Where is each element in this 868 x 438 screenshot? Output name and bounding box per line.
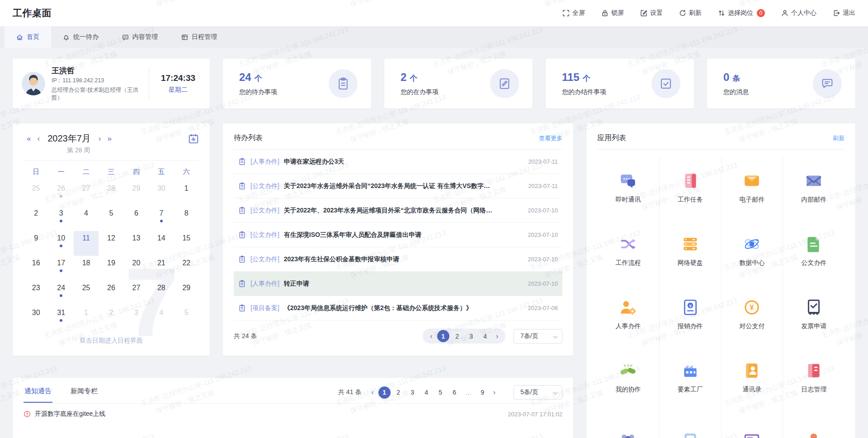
- logout-button[interactable]: 退出: [833, 9, 855, 17]
- calendar-day-18[interactable]: 18: [74, 256, 99, 281]
- app-internal-mail[interactable]: 内部邮件: [783, 156, 844, 219]
- page-number-1[interactable]: 1: [378, 386, 391, 399]
- page-number-2[interactable]: 2: [451, 330, 463, 342]
- calendar-day-7[interactable]: 7: [149, 206, 174, 231]
- calendar-day-11[interactable]: 11: [74, 231, 99, 256]
- page-number-1[interactable]: 1: [437, 330, 449, 342]
- calendar-day-3[interactable]: 3: [48, 206, 73, 231]
- next-page-button[interactable]: ›: [491, 388, 498, 396]
- app-partial-4[interactable]: [783, 409, 844, 438]
- calendar-day-25[interactable]: 25: [74, 281, 99, 306]
- page-number-2[interactable]: 2: [392, 386, 405, 399]
- lock-screen-button[interactable]: 锁屏: [601, 9, 624, 17]
- app-my-collab[interactable]: 我的协作: [597, 346, 659, 409]
- page-number-5[interactable]: 5: [434, 386, 447, 399]
- calendar-day-28[interactable]: 28: [149, 281, 174, 306]
- calendar-day-26[interactable]: 26: [48, 181, 73, 206]
- calendar-day-14[interactable]: 14: [149, 231, 174, 256]
- calendar-day-22[interactable]: 22: [174, 256, 199, 281]
- calendar-day-30[interactable]: 30: [24, 306, 48, 330]
- prev-month-button[interactable]: ‹: [34, 134, 43, 143]
- app-data-center[interactable]: 数据中心: [721, 219, 783, 283]
- refresh-button[interactable]: 刷新: [679, 9, 702, 17]
- page-number-6[interactable]: 6: [448, 386, 461, 399]
- calendar-day-4[interactable]: 4: [74, 206, 99, 231]
- calendar-day-3[interactable]: 3: [124, 306, 149, 330]
- tab-unified-todo[interactable]: 统一待办: [51, 26, 110, 48]
- calendar-day-12[interactable]: 12: [99, 231, 123, 256]
- todo-item[interactable]: [公文办件]有生深境ISO三体系年审人员配合及牌匾借出申请2023-07-10: [234, 223, 562, 247]
- calendar-day-2[interactable]: 2: [24, 206, 48, 231]
- messages-stat-card[interactable]: 0条您的消息: [707, 59, 855, 108]
- fullscreen-button[interactable]: 全屏: [562, 9, 585, 17]
- app-corporate-pay[interactable]: ¥对公支付: [721, 283, 783, 346]
- calendar-day-6[interactable]: 6: [124, 206, 149, 231]
- calendar-day-26[interactable]: 26: [99, 281, 123, 306]
- tab-schedule-mgmt[interactable]: 日程管理: [170, 26, 229, 48]
- app-reimburse[interactable]: ¥报销办件: [659, 283, 721, 346]
- calendar-day-17[interactable]: 17: [48, 256, 73, 281]
- next-page-button[interactable]: ›: [493, 332, 501, 340]
- calendar-day-31[interactable]: 31: [48, 306, 73, 330]
- page-ellipsis[interactable]: …: [462, 386, 475, 399]
- tab-content-mgmt[interactable]: 内容管理: [110, 26, 170, 48]
- page-number-3[interactable]: 3: [465, 330, 477, 342]
- prev-page-button[interactable]: ‹: [427, 332, 435, 340]
- calendar-day-27[interactable]: 27: [124, 281, 149, 306]
- calendar-day-1[interactable]: 1: [174, 181, 199, 206]
- calendar-day-27[interactable]: 27: [74, 181, 99, 206]
- calendar-day-10[interactable]: 10: [48, 231, 73, 256]
- app-log-mgmt[interactable]: 日志管理: [783, 346, 844, 409]
- calendar-today-icon[interactable]: 今: [188, 133, 199, 144]
- calendar-day-23[interactable]: 23: [24, 281, 48, 306]
- view-more-link[interactable]: 查看更多: [539, 134, 562, 142]
- calendar-day-8[interactable]: 8: [174, 206, 199, 231]
- calendar-day-21[interactable]: 21: [149, 256, 174, 281]
- calendar-day-29[interactable]: 29: [174, 281, 199, 306]
- calendar-day-1[interactable]: 1: [74, 306, 99, 330]
- calendar-day-30[interactable]: 30: [149, 181, 174, 206]
- calendar-day-24[interactable]: 24: [48, 281, 73, 306]
- calendar-day-25[interactable]: 25: [24, 181, 48, 206]
- app-email[interactable]: 电子邮件: [721, 156, 783, 219]
- page-number-3[interactable]: 3: [406, 386, 419, 399]
- app-network-disk[interactable]: 网络硬盘: [659, 219, 721, 283]
- calendar-day-16[interactable]: 16: [24, 256, 48, 281]
- todo-item[interactable]: [公文办件]关于2023年水务运维外采合同“2023年水务局统一认证 有生博大V…: [234, 174, 562, 198]
- calendar-day-19[interactable]: 19: [99, 256, 123, 281]
- calendar-day-20[interactable]: 20: [124, 256, 149, 281]
- app-element-factory[interactable]: 要素工厂: [659, 346, 721, 409]
- calendar-day-13[interactable]: 13: [124, 231, 149, 256]
- notices-page-size-select[interactable]: 5条/页: [514, 385, 562, 400]
- app-invoice[interactable]: 发票申请: [783, 283, 844, 346]
- notice-item[interactable]: 开源数字底座在gitee上线2023-07-07 17:01:02: [24, 404, 562, 424]
- todo-item[interactable]: [公文办件]2023年有生社保公积金基数申报审核申请2023-07-10: [234, 247, 562, 272]
- calendar-day-9[interactable]: 9: [24, 231, 48, 256]
- todo-item[interactable]: [项目备案]《2023年局信息系统运行维护（第2包：基础办公系统技术服务）》20…: [234, 296, 562, 320]
- tab-home[interactable]: 首页: [5, 26, 51, 48]
- app-workflow[interactable]: 工作流程: [597, 219, 659, 283]
- calendar-day-5[interactable]: 5: [99, 206, 123, 231]
- app-instant-messaging[interactable]: 即时通讯: [597, 156, 659, 219]
- todo-page-size-select[interactable]: 7条/页: [514, 329, 562, 344]
- calendar-day-29[interactable]: 29: [124, 181, 149, 206]
- settings-button[interactable]: 设置: [640, 9, 663, 17]
- app-contacts[interactable]: 通讯录: [721, 346, 783, 409]
- prev-year-button[interactable]: «: [24, 134, 34, 143]
- todo-item[interactable]: [人事办件]转正申请2023-07-10: [234, 272, 562, 296]
- calendar-day-5[interactable]: 5: [174, 306, 199, 330]
- tab-notices[interactable]: 通知通告: [24, 385, 52, 403]
- page-number-4[interactable]: 4: [479, 330, 491, 342]
- page-number-9[interactable]: 9: [476, 386, 489, 399]
- calendar-day-2[interactable]: 2: [99, 306, 123, 330]
- next-year-button[interactable]: »: [104, 134, 114, 143]
- app-partial-2[interactable]: [659, 409, 721, 438]
- app-partial-3[interactable]: [721, 409, 783, 438]
- app-list-refresh-link[interactable]: 刷新: [833, 134, 844, 142]
- next-month-button[interactable]: ›: [95, 134, 104, 143]
- todo-stat-card[interactable]: 24个您的待办事项: [223, 59, 371, 108]
- page-number-4[interactable]: 4: [420, 386, 433, 399]
- app-work-tasks[interactable]: 工作任务: [659, 156, 721, 219]
- calendar-day-15[interactable]: 15: [174, 231, 199, 256]
- app-official-doc[interactable]: 公文办件: [783, 219, 844, 283]
